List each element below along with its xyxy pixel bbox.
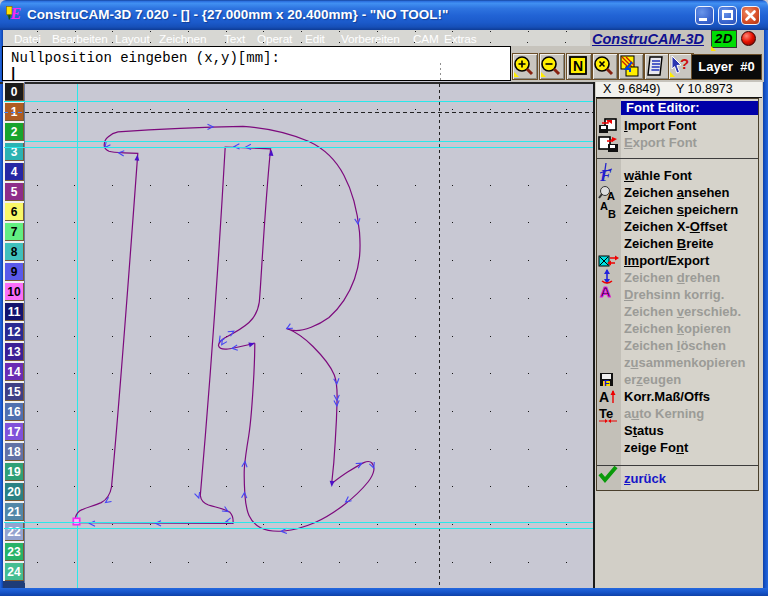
svg-text:Te: Te xyxy=(599,406,613,421)
svg-text:A: A xyxy=(607,190,615,202)
svg-text:F: F xyxy=(604,378,610,388)
svg-text:A: A xyxy=(599,389,609,405)
svg-text:B: B xyxy=(608,208,616,220)
svg-text:A: A xyxy=(600,283,611,300)
svg-text:E: E xyxy=(10,5,22,22)
svg-text:?: ? xyxy=(680,55,689,72)
svg-text:A: A xyxy=(600,200,608,212)
svg-text:N: N xyxy=(573,58,583,74)
